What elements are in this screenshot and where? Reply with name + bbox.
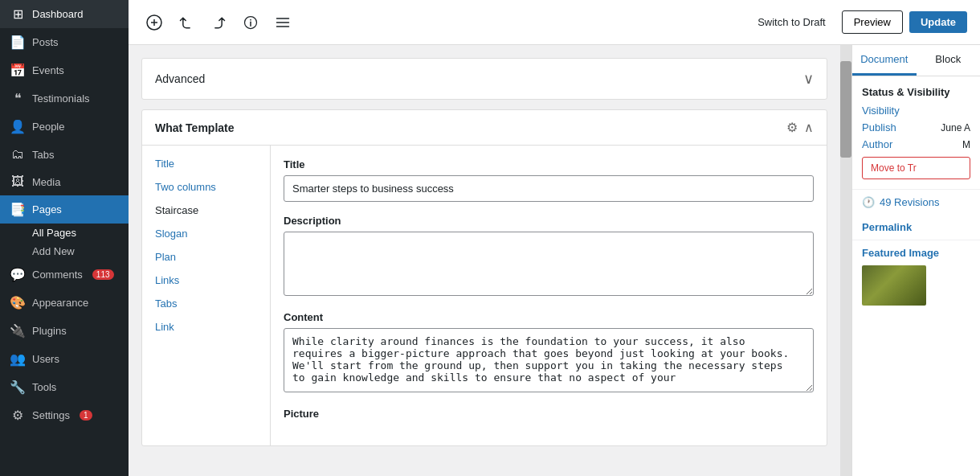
pages-icon: 📑 bbox=[10, 202, 26, 217]
sidebar-item-label: Comments bbox=[32, 269, 83, 281]
featured-image-section[interactable]: Featured Image bbox=[852, 240, 980, 265]
people-icon: 👤 bbox=[10, 119, 26, 134]
sidebar-item-label: Settings bbox=[32, 409, 70, 421]
sidebar-item-label: Dashboard bbox=[32, 8, 84, 20]
move-to-trash-button[interactable]: Move to Tr bbox=[862, 157, 970, 179]
sidebar-item-tabs[interactable]: 🗂 Tabs bbox=[0, 141, 129, 168]
collapse-icon[interactable]: ∧ bbox=[804, 120, 814, 135]
description-textarea[interactable] bbox=[284, 232, 814, 296]
template-nav-links[interactable]: Links bbox=[142, 269, 270, 292]
testimonials-icon: ❝ bbox=[10, 91, 26, 106]
advanced-header[interactable]: Advanced ∨ bbox=[142, 59, 827, 99]
preview-button[interactable]: Preview bbox=[842, 10, 903, 34]
template-nav-plan[interactable]: Plan bbox=[142, 245, 270, 269]
title-input[interactable] bbox=[284, 175, 814, 202]
switch-draft-button[interactable]: Switch to Draft bbox=[748, 11, 835, 33]
sidebar-item-people[interactable]: 👤 People bbox=[0, 113, 129, 141]
template-body: Title Two columns Staircase Slogan Plan bbox=[142, 146, 827, 445]
settings-badge: 1 bbox=[80, 410, 92, 421]
publish-label[interactable]: Publish bbox=[862, 121, 896, 133]
sidebar-item-label: Tools bbox=[32, 381, 56, 393]
template-nav-tabs[interactable]: Tabs bbox=[142, 292, 270, 315]
sidebar-item-pages[interactable]: 📑 Pages bbox=[0, 195, 129, 224]
sidebar-item-plugins[interactable]: 🔌 Plugins bbox=[0, 317, 129, 345]
content-label: Content bbox=[284, 311, 814, 323]
revisions-row[interactable]: 🕐 49 Revisions bbox=[852, 190, 980, 215]
content-form-group: Content While clarity around finances is… bbox=[284, 311, 814, 395]
tools-icon: 🔧 bbox=[10, 380, 26, 395]
status-visibility-title: Status & Visibility bbox=[862, 86, 970, 98]
author-label[interactable]: Author bbox=[862, 138, 892, 150]
sidebar-item-label: Plugins bbox=[32, 325, 67, 337]
template-nav-two-columns[interactable]: Two columns bbox=[142, 175, 270, 199]
menu-button[interactable] bbox=[270, 10, 296, 35]
toolbar: Switch to Draft Preview Update bbox=[129, 0, 980, 45]
sidebar: ⊞ Dashboard 📄 Posts 📅 Events ❝ Testimoni… bbox=[0, 0, 129, 476]
template-form: Title Description Content While c bbox=[271, 146, 827, 445]
description-label: Description bbox=[284, 215, 814, 227]
update-button[interactable]: Update bbox=[909, 11, 967, 33]
picture-form-group: Picture bbox=[284, 408, 814, 420]
add-block-button[interactable] bbox=[141, 10, 167, 35]
sidebar-item-comments[interactable]: 💬 Comments 113 bbox=[0, 261, 129, 289]
sidebar-item-label: Media bbox=[32, 176, 60, 188]
appearance-icon: 🎨 bbox=[10, 295, 26, 310]
sidebar-item-label: Tabs bbox=[32, 149, 54, 161]
right-panel: Document Block Status & Visibility Visib… bbox=[851, 45, 980, 476]
editor-scrollbar[interactable] bbox=[840, 45, 851, 476]
sidebar-item-events[interactable]: 📅 Events bbox=[0, 56, 129, 84]
sidebar-item-users[interactable]: 👥 Users bbox=[0, 345, 129, 373]
content-textarea[interactable]: While clarity around finances is the fou… bbox=[284, 328, 814, 392]
picture-label: Picture bbox=[284, 408, 814, 420]
template-nav: Title Two columns Staircase Slogan Plan bbox=[142, 146, 271, 445]
template-nav-title[interactable]: Title bbox=[142, 152, 270, 175]
tabs-icon: 🗂 bbox=[10, 147, 26, 162]
settings-gear-icon[interactable]: ⚙ bbox=[786, 120, 798, 135]
title-label: Title bbox=[284, 158, 814, 170]
template-header-icons: ⚙ ∧ bbox=[786, 120, 814, 135]
sidebar-sub-all-pages[interactable]: All Pages bbox=[0, 224, 129, 242]
featured-image-thumbnail[interactable] bbox=[862, 265, 926, 306]
redo-button[interactable] bbox=[206, 10, 231, 35]
advanced-chevron-icon: ∨ bbox=[803, 70, 814, 88]
sidebar-item-media[interactable]: 🖼 Media bbox=[0, 168, 129, 195]
template-section-title: What Template bbox=[155, 121, 235, 134]
info-button[interactable] bbox=[238, 10, 263, 35]
main-wrapper: Switch to Draft Preview Update Advanced … bbox=[129, 0, 980, 476]
plugins-icon: 🔌 bbox=[10, 323, 26, 339]
tab-block[interactable]: Block bbox=[917, 45, 981, 76]
author-value: M bbox=[962, 139, 970, 150]
content-textarea-wrapper: While clarity around finances is the fou… bbox=[284, 328, 814, 395]
template-nav-staircase[interactable]: Staircase bbox=[142, 199, 270, 222]
description-form-group: Description bbox=[284, 215, 814, 298]
sidebar-item-settings[interactable]: ⚙ Settings 1 bbox=[0, 401, 129, 429]
posts-icon: 📄 bbox=[10, 35, 26, 50]
template-nav-slogan[interactable]: Slogan bbox=[142, 222, 270, 245]
sidebar-item-dashboard[interactable]: ⊞ Dashboard bbox=[0, 0, 129, 28]
events-icon: 📅 bbox=[10, 63, 26, 78]
sidebar-item-label: People bbox=[32, 121, 64, 133]
sidebar-item-testimonials[interactable]: ❝ Testimonials bbox=[0, 84, 129, 113]
comments-icon: 💬 bbox=[10, 267, 26, 282]
sidebar-item-posts[interactable]: 📄 Posts bbox=[0, 28, 129, 56]
editor-scrollbar-thumb[interactable] bbox=[840, 61, 851, 158]
visibility-label[interactable]: Visibility bbox=[862, 105, 900, 117]
author-row: Author M bbox=[862, 138, 970, 150]
comments-badge: 113 bbox=[92, 269, 114, 280]
sidebar-item-label: Posts bbox=[32, 36, 59, 48]
sidebar-sub-add-new[interactable]: Add New bbox=[0, 242, 129, 261]
sidebar-item-label: Pages bbox=[32, 203, 62, 215]
undo-button[interactable] bbox=[174, 10, 199, 35]
tab-document[interactable]: Document bbox=[852, 45, 917, 76]
users-icon: 👥 bbox=[10, 351, 26, 367]
template-nav-link[interactable]: Link bbox=[142, 315, 270, 339]
dashboard-icon: ⊞ bbox=[10, 6, 26, 22]
publish-row: Publish June A bbox=[862, 121, 970, 133]
content-area: Advanced ∨ What Template ⚙ ∧ bbox=[129, 45, 980, 476]
permalink-section[interactable]: Permalink bbox=[852, 215, 980, 240]
sidebar-item-appearance[interactable]: 🎨 Appearance bbox=[0, 289, 129, 317]
add-new-label: Add New bbox=[32, 245, 75, 257]
sidebar-item-tools[interactable]: 🔧 Tools bbox=[0, 373, 129, 401]
sidebar-item-label: Appearance bbox=[32, 297, 88, 309]
publish-value: June A bbox=[941, 122, 970, 133]
